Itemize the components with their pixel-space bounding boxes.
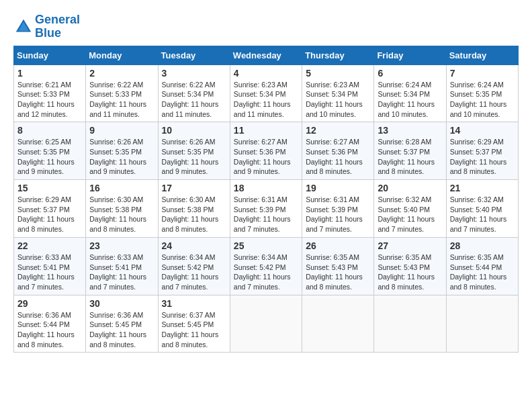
calendar-cell: 16 Sunrise: 6:30 AM Sunset: 5:38 PM Dayl…	[86, 180, 158, 238]
calendar-cell	[230, 295, 302, 353]
day-number: 16	[89, 183, 154, 193]
day-number: 22	[17, 240, 82, 251]
day-info: Sunrise: 6:34 AM Sunset: 5:42 PM Dayligh…	[162, 253, 226, 292]
logo-icon	[13, 17, 34, 37]
day-info: Sunrise: 6:32 AM Sunset: 5:40 PM Dayligh…	[450, 195, 515, 234]
day-number: 12	[306, 125, 370, 136]
calendar-cell: 17 Sunrise: 6:30 AM Sunset: 5:38 PM Dayl…	[158, 180, 230, 238]
day-number: 6	[378, 68, 442, 79]
calendar-cell: 31 Sunrise: 6:37 AM Sunset: 5:45 PM Dayl…	[158, 295, 230, 353]
day-info: Sunrise: 6:23 AM Sunset: 5:34 PM Dayligh…	[306, 80, 370, 120]
calendar-cell: 1 Sunrise: 6:21 AM Sunset: 5:33 PM Dayli…	[14, 64, 86, 122]
logo: General Blue	[13, 13, 80, 40]
calendar-cell: 6 Sunrise: 6:24 AM Sunset: 5:34 PM Dayli…	[374, 64, 446, 122]
day-info: Sunrise: 6:22 AM Sunset: 5:33 PM Dayligh…	[89, 80, 154, 120]
calendar-cell: 9 Sunrise: 6:26 AM Sunset: 5:35 PM Dayli…	[86, 122, 158, 180]
page-header: General Blue	[13, 13, 519, 40]
day-info: Sunrise: 6:25 AM Sunset: 5:35 PM Dayligh…	[17, 137, 82, 177]
day-info: Sunrise: 6:26 AM Sunset: 5:35 PM Dayligh…	[89, 137, 154, 177]
day-info: Sunrise: 6:22 AM Sunset: 5:34 PM Dayligh…	[162, 80, 226, 120]
calendar-weekday: Thursday	[302, 46, 374, 64]
day-number: 18	[234, 183, 298, 193]
day-info: Sunrise: 6:35 AM Sunset: 5:43 PM Dayligh…	[306, 253, 370, 292]
day-number: 25	[234, 240, 298, 251]
day-number: 26	[306, 240, 370, 251]
day-number: 17	[162, 183, 226, 193]
day-number: 2	[89, 68, 154, 79]
calendar-weekday: Monday	[86, 46, 158, 64]
calendar-cell: 3 Sunrise: 6:22 AM Sunset: 5:34 PM Dayli…	[158, 64, 230, 122]
day-info: Sunrise: 6:33 AM Sunset: 5:41 PM Dayligh…	[17, 253, 82, 292]
calendar-cell: 26 Sunrise: 6:35 AM Sunset: 5:43 PM Dayl…	[302, 237, 374, 295]
calendar-cell	[446, 295, 518, 353]
calendar-cell: 30 Sunrise: 6:36 AM Sunset: 5:45 PM Dayl…	[86, 295, 158, 353]
day-number: 23	[89, 240, 154, 251]
calendar-cell: 18 Sunrise: 6:31 AM Sunset: 5:39 PM Dayl…	[230, 180, 302, 238]
calendar-week-row: 22 Sunrise: 6:33 AM Sunset: 5:41 PM Dayl…	[14, 237, 519, 295]
day-number: 29	[17, 298, 82, 309]
calendar-cell: 19 Sunrise: 6:31 AM Sunset: 5:39 PM Dayl…	[302, 180, 374, 238]
day-number: 1	[17, 68, 82, 79]
calendar-cell: 4 Sunrise: 6:23 AM Sunset: 5:34 PM Dayli…	[230, 64, 302, 122]
calendar-cell: 27 Sunrise: 6:35 AM Sunset: 5:43 PM Dayl…	[374, 237, 446, 295]
day-number: 15	[17, 183, 82, 193]
calendar-cell: 7 Sunrise: 6:24 AM Sunset: 5:35 PM Dayli…	[446, 64, 518, 122]
calendar-cell: 5 Sunrise: 6:23 AM Sunset: 5:34 PM Dayli…	[302, 64, 374, 122]
logo-text: General Blue	[35, 13, 80, 40]
day-number: 13	[378, 125, 442, 136]
calendar-week-row: 1 Sunrise: 6:21 AM Sunset: 5:33 PM Dayli…	[14, 64, 519, 122]
day-info: Sunrise: 6:21 AM Sunset: 5:33 PM Dayligh…	[17, 80, 82, 120]
calendar-cell: 12 Sunrise: 6:27 AM Sunset: 5:36 PM Dayl…	[302, 122, 374, 180]
day-info: Sunrise: 6:26 AM Sunset: 5:35 PM Dayligh…	[162, 137, 226, 177]
day-number: 5	[306, 68, 370, 79]
day-info: Sunrise: 6:24 AM Sunset: 5:35 PM Dayligh…	[450, 80, 515, 120]
calendar-week-row: 29 Sunrise: 6:36 AM Sunset: 5:44 PM Dayl…	[14, 295, 519, 353]
calendar-week-row: 15 Sunrise: 6:29 AM Sunset: 5:37 PM Dayl…	[14, 180, 519, 238]
day-info: Sunrise: 6:27 AM Sunset: 5:36 PM Dayligh…	[234, 137, 298, 177]
day-number: 14	[450, 125, 515, 136]
day-number: 31	[162, 298, 226, 309]
day-number: 28	[450, 240, 515, 251]
calendar-cell: 24 Sunrise: 6:34 AM Sunset: 5:42 PM Dayl…	[158, 237, 230, 295]
calendar-weekday: Sunday	[14, 46, 86, 64]
calendar-cell: 29 Sunrise: 6:36 AM Sunset: 5:44 PM Dayl…	[14, 295, 86, 353]
day-number: 20	[378, 183, 442, 193]
day-number: 8	[17, 125, 82, 136]
day-info: Sunrise: 6:31 AM Sunset: 5:39 PM Dayligh…	[306, 195, 370, 234]
calendar-header-row: SundayMondayTuesdayWednesdayThursdayFrid…	[14, 46, 519, 64]
calendar-cell: 10 Sunrise: 6:26 AM Sunset: 5:35 PM Dayl…	[158, 122, 230, 180]
day-info: Sunrise: 6:36 AM Sunset: 5:44 PM Dayligh…	[17, 310, 82, 350]
day-info: Sunrise: 6:24 AM Sunset: 5:34 PM Dayligh…	[378, 80, 442, 120]
day-number: 9	[89, 125, 154, 136]
calendar-cell: 11 Sunrise: 6:27 AM Sunset: 5:36 PM Dayl…	[230, 122, 302, 180]
calendar-table: SundayMondayTuesdayWednesdayThursdayFrid…	[13, 46, 519, 353]
calendar-cell: 23 Sunrise: 6:33 AM Sunset: 5:41 PM Dayl…	[86, 237, 158, 295]
day-number: 11	[234, 125, 298, 136]
calendar-cell: 2 Sunrise: 6:22 AM Sunset: 5:33 PM Dayli…	[86, 64, 158, 122]
day-number: 24	[162, 240, 226, 251]
calendar-cell: 28 Sunrise: 6:35 AM Sunset: 5:44 PM Dayl…	[446, 237, 518, 295]
calendar-cell: 14 Sunrise: 6:29 AM Sunset: 5:37 PM Dayl…	[446, 122, 518, 180]
day-info: Sunrise: 6:30 AM Sunset: 5:38 PM Dayligh…	[89, 195, 154, 234]
day-info: Sunrise: 6:34 AM Sunset: 5:42 PM Dayligh…	[234, 253, 298, 292]
calendar-cell: 8 Sunrise: 6:25 AM Sunset: 5:35 PM Dayli…	[14, 122, 86, 180]
calendar-cell: 20 Sunrise: 6:32 AM Sunset: 5:40 PM Dayl…	[374, 180, 446, 238]
calendar-weekday: Friday	[374, 46, 446, 64]
day-info: Sunrise: 6:29 AM Sunset: 5:37 PM Dayligh…	[17, 195, 82, 234]
day-info: Sunrise: 6:30 AM Sunset: 5:38 PM Dayligh…	[162, 195, 226, 234]
day-info: Sunrise: 6:33 AM Sunset: 5:41 PM Dayligh…	[89, 253, 154, 292]
calendar-cell: 13 Sunrise: 6:28 AM Sunset: 5:37 PM Dayl…	[374, 122, 446, 180]
day-info: Sunrise: 6:23 AM Sunset: 5:34 PM Dayligh…	[234, 80, 298, 120]
calendar-week-row: 8 Sunrise: 6:25 AM Sunset: 5:35 PM Dayli…	[14, 122, 519, 180]
day-number: 30	[89, 298, 154, 309]
day-number: 21	[450, 183, 515, 193]
calendar-weekday: Tuesday	[158, 46, 230, 64]
calendar-weekday: Wednesday	[230, 46, 302, 64]
day-info: Sunrise: 6:29 AM Sunset: 5:37 PM Dayligh…	[450, 137, 515, 177]
day-number: 3	[162, 68, 226, 79]
calendar-cell: 25 Sunrise: 6:34 AM Sunset: 5:42 PM Dayl…	[230, 237, 302, 295]
calendar-weekday: Saturday	[446, 46, 518, 64]
day-info: Sunrise: 6:36 AM Sunset: 5:45 PM Dayligh…	[89, 310, 154, 350]
day-number: 10	[162, 125, 226, 136]
day-info: Sunrise: 6:35 AM Sunset: 5:43 PM Dayligh…	[378, 253, 442, 292]
